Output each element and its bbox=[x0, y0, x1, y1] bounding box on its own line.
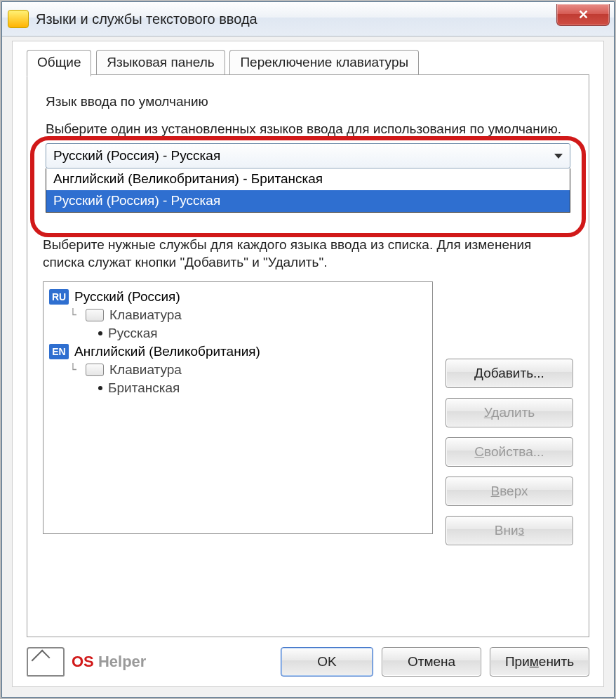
tab-key-switching[interactable]: Переключение клавиатуры bbox=[229, 50, 419, 76]
default-language-dropdown: Английский (Великобритания) - Британская… bbox=[46, 168, 570, 213]
tree-item-keyboard-label: Клавиатура bbox=[109, 307, 182, 323]
dialog-footer: OS Helper OK Отмена Применить bbox=[27, 647, 589, 677]
tree-item-ru-label: Русский (Россия) bbox=[74, 289, 180, 305]
add-button-rest: обавить... bbox=[483, 366, 544, 380]
combo-selected-value: Русский (Россия) - Русская bbox=[53, 148, 220, 164]
tab-general[interactable]: Общие bbox=[27, 50, 91, 76]
combo-option-en[interactable]: Английский (Великобритания) - Британская bbox=[46, 168, 570, 190]
tab-panel-general: Язык ввода по умолчанию Выберите один из… bbox=[27, 74, 589, 637]
close-icon: ✕ bbox=[578, 7, 589, 22]
tree-item-en-layout[interactable]: Британская bbox=[98, 380, 427, 396]
watermark-helper: Helper bbox=[98, 653, 146, 670]
remove-button[interactable]: Удалить bbox=[446, 398, 573, 427]
apply-button[interactable]: Применить bbox=[490, 647, 589, 677]
window-icon bbox=[8, 10, 29, 28]
watermark-logo: OS Helper bbox=[27, 647, 146, 677]
tree-connector-icon: └ bbox=[66, 308, 80, 321]
cancel-button[interactable]: Отмена bbox=[382, 647, 481, 677]
move-up-button[interactable]: Вверх bbox=[446, 477, 573, 506]
group-default-language: Язык ввода по умолчанию Выберите один из… bbox=[43, 93, 573, 213]
cursor-monitor-icon bbox=[27, 647, 65, 677]
tree-connector-icon: └ bbox=[66, 363, 80, 376]
tree-item-ru-layout[interactable]: Русская bbox=[98, 326, 427, 341]
dialog-window: Языки и службы текстового ввода ✕ Общие … bbox=[1, 1, 615, 698]
ok-button[interactable]: OK bbox=[281, 647, 373, 677]
properties-button[interactable]: Свойства... bbox=[446, 437, 573, 467]
close-button[interactable]: ✕ bbox=[556, 4, 610, 26]
title-bar: Языки и службы текстового ввода ✕ bbox=[2, 2, 614, 36]
tree-item-ru-keyboard[interactable]: └ Клавиатура bbox=[66, 307, 427, 323]
keyboard-icon bbox=[86, 309, 104, 321]
group-default-desc: Выберите один из установленных языков вв… bbox=[46, 121, 570, 138]
client-area: Общие Языковая панель Переключение клави… bbox=[12, 41, 604, 687]
group-default-title: Язык ввода по умолчанию bbox=[46, 94, 208, 109]
badge-ru-icon: RU bbox=[49, 289, 69, 305]
tab-language-bar[interactable]: Языковая панель bbox=[96, 50, 225, 76]
keyboard-icon bbox=[86, 364, 104, 376]
tab-strip: Общие Языковая панель Переключение клави… bbox=[27, 50, 589, 78]
combo-option-ru[interactable]: Русский (Россия) - Русская bbox=[46, 190, 570, 212]
add-button[interactable]: Добавить... bbox=[446, 359, 573, 388]
chevron-down-icon bbox=[554, 154, 563, 159]
tree-item-keyboard-label: Клавиатура bbox=[109, 362, 182, 378]
watermark-os: OS bbox=[72, 653, 98, 670]
window-title: Языки и службы текстового ввода bbox=[36, 11, 257, 27]
tree-item-ru-layout-label: Русская bbox=[108, 326, 158, 341]
tree-item-en-layout-label: Британская bbox=[108, 380, 180, 396]
bullet-icon bbox=[98, 331, 102, 335]
badge-en-icon: EN bbox=[49, 344, 69, 359]
tree-item-en-label: Английский (Великобритания) bbox=[74, 344, 260, 359]
move-down-button[interactable]: Вниз bbox=[446, 516, 573, 545]
service-buttons-column: Добавить... Удалить Свойства... Вверх Вн… bbox=[446, 281, 573, 545]
group-services-desc: Выберите нужные службы для каждого языка… bbox=[43, 237, 573, 271]
tree-item-ru[interactable]: RU Русский (Россия) bbox=[49, 289, 427, 305]
bullet-icon bbox=[98, 386, 102, 390]
installed-services-tree[interactable]: RU Русский (Россия) └ Клавиатура Русская bbox=[43, 281, 433, 534]
default-language-combobox[interactable]: Русский (Россия) - Русская bbox=[46, 143, 570, 168]
tree-item-en-keyboard[interactable]: └ Клавиатура bbox=[66, 362, 427, 378]
tree-item-en[interactable]: EN Английский (Великобритания) bbox=[49, 344, 427, 359]
